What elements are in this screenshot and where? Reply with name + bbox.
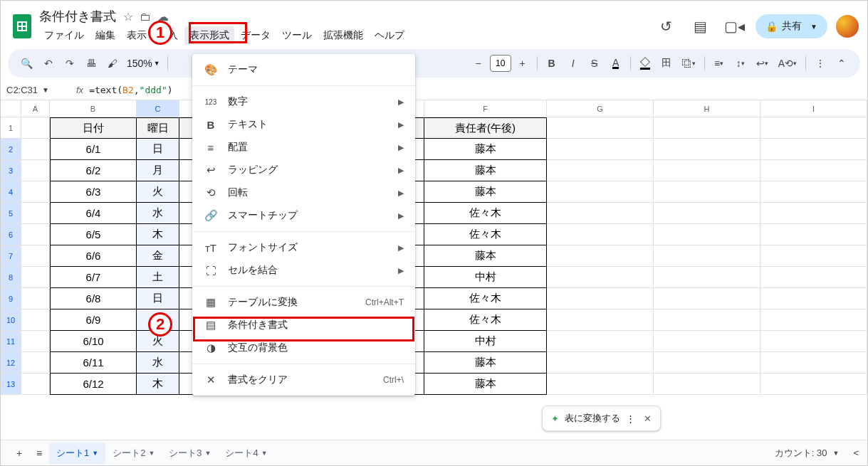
row-header[interactable]: 6	[1, 224, 21, 245]
row-header[interactable]: 3	[1, 160, 21, 181]
menu-item-セルを結合[interactable]: ⛶セルを結合▶	[192, 259, 415, 282]
meet-icon[interactable]: ▢◂	[721, 14, 747, 39]
cell[interactable]: 6/4	[50, 203, 137, 224]
row-header[interactable]: 9	[1, 288, 21, 309]
cell[interactable]	[21, 309, 50, 331]
cell[interactable]	[654, 160, 760, 181]
cell[interactable]	[654, 374, 760, 395]
cell[interactable]: 曜日	[137, 117, 179, 139]
cell[interactable]: 6/2	[50, 160, 137, 181]
row-header[interactable]: 11	[1, 331, 21, 352]
col-header-B[interactable]: B	[50, 100, 137, 117]
cell[interactable]: 藤本	[424, 374, 547, 395]
avatar[interactable]	[836, 15, 859, 38]
cell[interactable]	[760, 267, 867, 288]
row-header[interactable]: 2	[1, 139, 21, 160]
row-header[interactable]: 13	[1, 374, 21, 395]
cell[interactable]	[547, 267, 654, 288]
cell[interactable]: 責任者(午後)	[424, 117, 547, 139]
cell[interactable]: 木	[137, 374, 179, 395]
cell[interactable]	[760, 245, 867, 267]
row-header[interactable]: 12	[1, 352, 21, 374]
cell[interactable]	[21, 203, 50, 224]
cell[interactable]	[21, 181, 50, 203]
cell[interactable]: 土	[137, 267, 179, 288]
cell[interactable]	[21, 267, 50, 288]
cells[interactable]: 日付曜日責任者(午後)6/1日藤本6/2月藤本6/3火藤本6/4水佐々木6/5木…	[21, 117, 867, 413]
text-color-icon[interactable]: A	[606, 54, 626, 73]
cell[interactable]	[547, 352, 654, 374]
cell[interactable]: 水	[137, 203, 179, 224]
cell[interactable]	[547, 224, 654, 245]
cell[interactable]	[654, 139, 760, 160]
menu-編集[interactable]: 編集	[90, 26, 120, 45]
doc-title[interactable]: 条件付き書式	[39, 8, 116, 25]
cell[interactable]	[760, 139, 867, 160]
sheet-tab[interactable]: シート2▼	[105, 443, 162, 464]
cell[interactable]	[760, 203, 867, 224]
menu-表示形式[interactable]: 表示形式	[184, 26, 234, 45]
cell[interactable]	[547, 245, 654, 267]
cell[interactable]: 佐々木	[424, 224, 547, 245]
cell[interactable]: 水	[137, 352, 179, 374]
cell[interactable]	[760, 224, 867, 245]
redo-icon[interactable]: ↷	[60, 53, 80, 73]
cell[interactable]: 藤本	[424, 181, 547, 203]
cell[interactable]: 木	[137, 224, 179, 245]
move-icon[interactable]: 🗀	[140, 11, 151, 23]
row-header[interactable]: 5	[1, 203, 21, 224]
menu-item-書式をクリア[interactable]: ✕書式をクリアCtrl+\	[192, 369, 415, 391]
cell[interactable]	[654, 203, 760, 224]
cell[interactable]	[21, 224, 50, 245]
menu-item-スマートチップ[interactable]: 🔗スマートチップ▶	[192, 204, 415, 227]
cell[interactable]	[547, 181, 654, 203]
menu-表示[interactable]: 表示	[122, 26, 152, 45]
col-header-A[interactable]: A	[21, 100, 50, 117]
cell[interactable]	[760, 309, 867, 331]
cell[interactable]: 藤本	[424, 139, 547, 160]
paint-format-icon[interactable]: 🖌	[103, 53, 122, 73]
cell[interactable]	[654, 181, 760, 203]
cell[interactable]	[760, 288, 867, 309]
cell[interactable]: 6/11	[50, 352, 137, 374]
cell[interactable]: 中村	[424, 331, 547, 352]
cell[interactable]: 6/9	[50, 309, 137, 331]
cell[interactable]	[21, 352, 50, 374]
cell[interactable]: 火	[137, 181, 179, 203]
italic-icon[interactable]: I	[563, 53, 583, 73]
menu-item-回転[interactable]: ⟲回転▶	[192, 181, 415, 204]
select-all-corner[interactable]	[1, 100, 21, 117]
borders-icon[interactable]: 田	[657, 53, 676, 74]
cell[interactable]	[21, 288, 50, 309]
cell[interactable]: 月	[137, 309, 179, 331]
cell[interactable]	[547, 160, 654, 181]
collapse-toolbar-icon[interactable]: ⌃	[832, 53, 852, 73]
history-icon[interactable]: ↺	[653, 14, 679, 39]
comments-icon[interactable]: ▤	[687, 14, 713, 39]
menu-ツール[interactable]: ツール	[277, 26, 317, 45]
menu-拡張機能[interactable]: 拡張機能	[318, 26, 368, 45]
cell[interactable]	[21, 374, 50, 395]
undo-icon[interactable]: ↶	[38, 53, 58, 73]
cell[interactable]: 6/10	[50, 331, 137, 352]
add-sheet-icon[interactable]: +	[9, 443, 29, 463]
star-icon[interactable]: ☆	[123, 11, 133, 23]
menu-データ[interactable]: データ	[236, 26, 276, 45]
menu-item-テキスト[interactable]: Bテキスト▶	[192, 113, 415, 136]
bold-icon[interactable]: B	[542, 53, 562, 73]
cell[interactable]: 月	[137, 160, 179, 181]
row-header[interactable]: 1	[1, 117, 21, 139]
decrease-font-icon[interactable]: −	[469, 53, 488, 73]
rotate-icon[interactable]: A⟲ ▾	[774, 53, 801, 73]
sheets-logo[interactable]	[9, 14, 35, 39]
cell[interactable]	[547, 374, 654, 395]
cell[interactable]	[547, 203, 654, 224]
explore-icon[interactable]: <	[853, 448, 859, 458]
menu-挿入[interactable]: 挿入	[153, 26, 183, 45]
col-header-C[interactable]: C	[137, 100, 179, 117]
row-header[interactable]: 4	[1, 181, 21, 203]
cell[interactable]: 6/5	[50, 224, 137, 245]
cell[interactable]	[760, 117, 867, 139]
col-header-I[interactable]: I	[760, 100, 867, 117]
cell[interactable]: 6/8	[50, 288, 137, 309]
